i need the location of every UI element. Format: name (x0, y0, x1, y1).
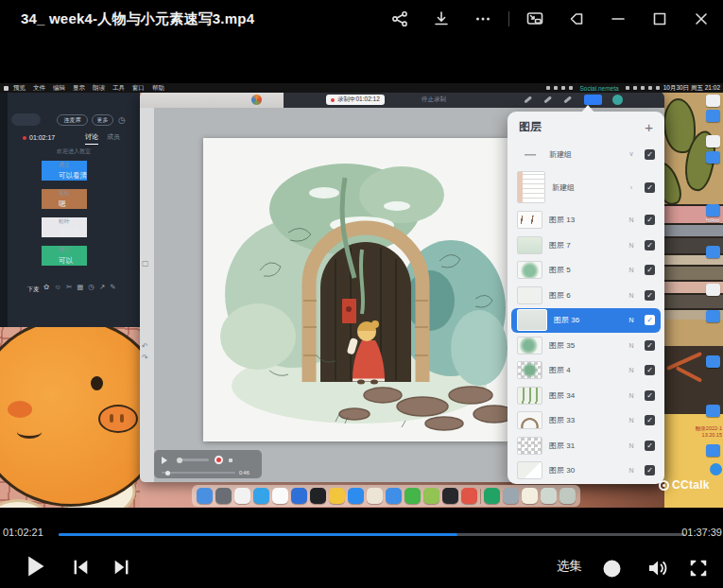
layer-row[interactable]: 图层 34 N (511, 383, 661, 408)
menu-item[interactable]: 预览 (13, 83, 26, 93)
share-icon[interactable] (384, 5, 416, 33)
stop-recording-button[interactable]: 停止录制 (422, 95, 446, 104)
more-button[interactable]: 更多 (92, 114, 113, 126)
layer-visible-checkbox[interactable] (645, 315, 655, 325)
chat-bubble-icon[interactable] (710, 463, 722, 476)
selection-tool-icon[interactable]: ▢ (142, 259, 149, 268)
safari-icon[interactable] (253, 488, 269, 504)
mini-player-icon[interactable] (560, 5, 593, 33)
layer-blend-indicator[interactable]: N (625, 216, 638, 223)
layer-blend-indicator[interactable]: N (625, 467, 638, 474)
layer-row[interactable]: 图层 13 N (511, 208, 661, 233)
episodes-button[interactable]: 选集 (557, 558, 582, 575)
color-wheel-icon[interactable] (251, 95, 262, 105)
canvas-page[interactable] (203, 138, 508, 441)
desktop-file-icon[interactable] (703, 355, 722, 373)
wechat-icon[interactable] (405, 488, 421, 504)
notes-icon[interactable] (522, 488, 538, 504)
more-icon[interactable] (467, 5, 499, 33)
scissors-icon[interactable]: ✂ (66, 283, 72, 291)
menu-item[interactable]: 编辑 (53, 83, 65, 93)
layer-visible-checkbox[interactable] (645, 415, 655, 425)
layer-visible-checkbox[interactable] (645, 290, 655, 301)
previous-button[interactable] (70, 557, 91, 578)
image-icon[interactable]: ▦ (77, 283, 83, 291)
layer-blend-indicator[interactable]: › (625, 184, 638, 191)
drive-icon[interactable] (329, 488, 345, 504)
history-clock-icon[interactable]: ◷ (118, 114, 126, 126)
play-button[interactable] (21, 553, 47, 579)
maximize-icon[interactable] (644, 5, 676, 33)
fullscreen-button[interactable] (688, 558, 709, 579)
layer-visible-checkbox[interactable] (645, 265, 655, 275)
progress-bar[interactable] (59, 533, 685, 536)
avatar[interactable] (42, 189, 54, 201)
brush-tool-icon[interactable] (543, 96, 552, 104)
dingtalk-icon[interactable] (348, 488, 364, 504)
download-icon[interactable] (425, 5, 457, 33)
next-button[interactable] (112, 557, 132, 578)
launchpad-icon[interactable] (215, 488, 232, 504)
layer-row[interactable]: 图层 30 N (511, 458, 661, 484)
layer-blend-indicator[interactable]: N (625, 267, 638, 273)
add-layer-button[interactable]: + (645, 120, 653, 134)
pip-icon[interactable] (519, 5, 551, 33)
folder-icon[interactable] (541, 488, 557, 504)
desktop-file-icon[interactable] (703, 405, 722, 423)
player-icon[interactable] (386, 488, 402, 504)
overlay-progress[interactable] (162, 472, 235, 474)
disc-icon[interactable] (601, 558, 623, 579)
volume-button[interactable] (646, 557, 668, 579)
desktop-file-icon[interactable]: hulkso (703, 204, 722, 223)
tab-members[interactable]: 成员 (107, 132, 120, 145)
layer-visible-checkbox[interactable] (645, 149, 655, 160)
sheets-icon[interactable] (484, 488, 500, 504)
display-icon[interactable] (503, 488, 519, 504)
video-frame[interactable]: 预览文件编辑显示朗读工具窗口帮助 Social.nemeta 10月30日 周五… (0, 83, 723, 508)
photos-icon[interactable] (234, 488, 250, 504)
avatar[interactable] (42, 246, 54, 258)
keynote-icon[interactable] (367, 488, 383, 504)
qq-icon[interactable] (442, 488, 458, 504)
layer-blend-indicator[interactable]: N (625, 342, 638, 349)
calendar-icon[interactable] (272, 488, 288, 504)
layer-row[interactable]: 新建组 › (511, 167, 661, 208)
layer-blend-indicator[interactable]: N (625, 367, 638, 373)
layer-visible-checkbox[interactable] (645, 465, 655, 476)
layer-row[interactable]: 图层 4 N (511, 358, 661, 384)
clock-icon[interactable]: ◷ (88, 283, 95, 291)
close-icon[interactable] (685, 5, 717, 33)
undo-icon[interactable]: ↶ (142, 342, 148, 351)
trash-icon[interactable] (559, 488, 576, 504)
dock-divider[interactable] (480, 489, 481, 504)
minimize-icon[interactable] (602, 5, 634, 33)
volume-slider[interactable] (177, 458, 209, 461)
layer-row[interactable]: 图层 5 N (511, 258, 661, 284)
layer-visible-checkbox[interactable] (645, 215, 655, 225)
menu-item[interactable]: 窗口 (132, 83, 145, 93)
mic-seat-button[interactable]: 连麦席 (57, 114, 88, 126)
clock-icon[interactable] (310, 488, 326, 504)
menu-item[interactable]: 文件 (33, 83, 45, 93)
layer-row[interactable]: 图层 35 N (511, 333, 661, 358)
layer-blend-indicator[interactable]: N (625, 317, 638, 323)
avatar[interactable] (42, 161, 54, 173)
layer-row[interactable]: 图层 7 N (511, 233, 661, 258)
eraser-tool-icon[interactable] (563, 96, 572, 104)
recording-indicator[interactable]: 录制中01:02:12 (326, 95, 385, 105)
record-button[interactable] (215, 456, 223, 464)
menu-item[interactable]: 帮助 (152, 83, 164, 93)
layer-visible-checkbox[interactable] (645, 340, 655, 351)
desktop-file-icon[interactable] (703, 284, 722, 302)
collapsed-tab[interactable] (11, 113, 41, 126)
avatar[interactable] (42, 217, 54, 230)
desktop-file-icon[interactable] (703, 310, 722, 328)
pen-tool-icon[interactable] (524, 96, 532, 104)
current-color-icon[interactable] (612, 95, 623, 105)
layer-visible-checkbox[interactable] (645, 240, 655, 251)
layer-row[interactable]: 新建组 ∨ (511, 142, 661, 167)
overlay-option-icon[interactable] (229, 458, 232, 462)
layer-blend-indicator[interactable]: N (625, 417, 638, 424)
finder-icon[interactable] (197, 488, 213, 504)
menu-item[interactable]: 朗读 (93, 83, 105, 93)
